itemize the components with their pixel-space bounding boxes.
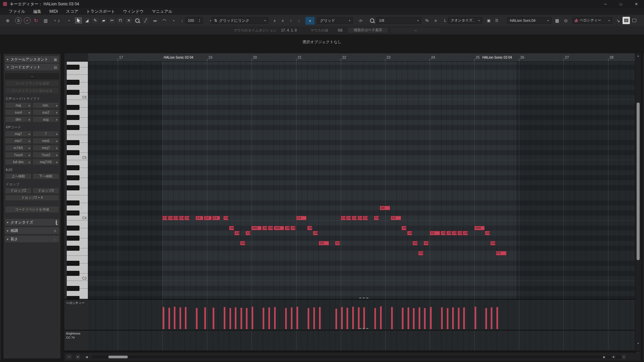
midi-note[interactable]: G3: [240, 241, 245, 245]
velocity-lane-label[interactable]: ベロシティー: [66, 301, 85, 305]
velocity-bar[interactable]: [229, 308, 231, 329]
midi-note[interactable]: A3: [446, 231, 451, 235]
midi-note[interactable]: C4: [162, 216, 167, 220]
chord-button-maj[interactable]: maj▶: [5, 102, 32, 108]
midi-note[interactable]: C4: [352, 216, 357, 220]
black-key[interactable]: [67, 90, 79, 95]
black-key[interactable]: [67, 105, 79, 110]
chord-button-min7[interactable]: min7▶: [5, 138, 32, 144]
midi-note[interactable]: G3: [490, 241, 495, 245]
black-key[interactable]: [67, 125, 79, 130]
link-to-grid-dropdown[interactable]: ⇅グリッドにリンク▾: [211, 17, 268, 24]
chord-button-7sus2[interactable]: 7sus2▶: [33, 152, 59, 158]
midi-note[interactable]: A#3: [251, 226, 262, 230]
velocity-lane[interactable]: [88, 300, 635, 330]
chord-button-[interactable]: 上へ移動: [5, 173, 32, 179]
chord-button-m7-b5[interactable]: m7/b5▶: [5, 145, 32, 151]
solo-button[interactable]: S: [15, 17, 22, 24]
velocity-bar[interactable]: [285, 308, 287, 329]
velocity-bar[interactable]: [452, 307, 454, 329]
midi-note[interactable]: C4: [204, 216, 212, 220]
midi-note[interactable]: C4: [196, 216, 203, 220]
grid-type-dropdown[interactable]: グリッド▾: [317, 17, 353, 24]
scroll-down-icon[interactable]: ▼: [637, 342, 639, 345]
menu-manual[interactable]: マニュアル: [148, 8, 176, 15]
lane-resize-handle[interactable]: [359, 298, 368, 298]
black-key[interactable]: [67, 261, 79, 266]
midi-note[interactable]: G3: [424, 241, 429, 245]
chord-display-button[interactable]: 現在のコード表示: [348, 27, 388, 33]
menu-edit[interactable]: 編集: [29, 8, 45, 15]
velocity-bar[interactable]: [168, 308, 170, 329]
velocity-bar[interactable]: [196, 308, 198, 329]
relative-grid-button[interactable]: -|+: [356, 17, 366, 24]
maximize-button[interactable]: □: [613, 0, 629, 8]
split-tool-button[interactable]: ✂: [108, 17, 116, 24]
controller-lane-dropdown[interactable]: ベロシティー▾: [572, 17, 612, 24]
midi-note[interactable]: C4: [346, 216, 351, 220]
spinner-icons[interactable]: ▴▾: [199, 18, 200, 22]
horizontal-scroll-track[interactable]: [92, 356, 627, 358]
velocity-bar[interactable]: [430, 307, 432, 329]
velocity-bar[interactable]: [163, 307, 164, 329]
velocity-bar[interactable]: [374, 308, 376, 329]
midi-note[interactable]: A#3: [474, 226, 485, 230]
velocity-bar[interactable]: [402, 308, 404, 329]
menu-window[interactable]: ウィンドウ: [119, 8, 148, 15]
close-button[interactable]: ✕: [629, 0, 644, 8]
midi-note[interactable]: A3: [313, 231, 318, 235]
time-format-icon[interactable]: ⊙: [562, 17, 570, 24]
match-chord-track-button[interactable]: コードトラックに合わせる: [5, 87, 59, 94]
add-lane-button[interactable]: +: [66, 354, 72, 360]
section-scale-assistant[interactable]: ▸ スケールアシスタント ▦: [5, 56, 59, 63]
midi-note[interactable]: D4: [380, 206, 390, 210]
trim-tool-button[interactable]: ◢: [83, 17, 91, 24]
lane-resize-handle[interactable]: [359, 328, 368, 329]
midi-note[interactable]: C4: [184, 216, 190, 220]
midi-note[interactable]: A#: [307, 226, 312, 230]
velocity-bar[interactable]: [268, 307, 270, 329]
section-length[interactable]: ▸ 長さ ♩: [5, 236, 59, 242]
record-in-editor-button[interactable]: ●: [23, 17, 31, 24]
midi-note[interactable]: A3: [246, 231, 251, 235]
midi-note[interactable]: C4: [391, 216, 401, 220]
chord-button-min[interactable]: min.▶: [33, 102, 59, 108]
menu-transport[interactable]: トランスポート: [82, 8, 119, 15]
chord-button-min6[interactable]: min6▶: [33, 138, 59, 144]
velocity-bar[interactable]: [463, 307, 465, 329]
velocity-bar[interactable]: [341, 307, 343, 329]
scroll-right-icon[interactable]: ▶: [602, 354, 607, 360]
menu-score[interactable]: スコア: [62, 8, 82, 15]
black-key[interactable]: [67, 210, 79, 216]
add-chord-track-button[interactable]: コードトラックを追加: [5, 80, 59, 86]
velocity-bar[interactable]: [380, 306, 382, 329]
black-key[interactable]: [67, 246, 79, 251]
midi-note[interactable]: C4: [296, 216, 307, 220]
horizontal-zoom-dot[interactable]: ●: [611, 355, 616, 359]
midi-note[interactable]: A#: [262, 226, 267, 230]
velocity-bar[interactable]: [363, 307, 365, 329]
midi-note[interactable]: C4: [358, 216, 363, 220]
scroll-left-icon[interactable]: ◀: [84, 354, 89, 360]
velocity-bar[interactable]: [346, 308, 348, 329]
velocity-bar[interactable]: [308, 308, 309, 329]
velocity-bar[interactable]: [213, 308, 214, 329]
velocity-bar[interactable]: [441, 307, 443, 329]
black-key[interactable]: [67, 236, 79, 241]
step-input-button[interactable]: ♪▾: [58, 17, 70, 24]
black-key[interactable]: [67, 226, 79, 231]
controller-select-button[interactable]: ▥▾: [44, 17, 56, 24]
chord-button-7sus4[interactable]: 7sus4▶: [5, 152, 32, 158]
midi-note[interactable]: A#3: [274, 226, 284, 230]
velocity-bar[interactable]: [179, 307, 181, 329]
velocity-bar[interactable]: [240, 308, 242, 329]
curve-type-button[interactable]: ◠▾: [162, 17, 174, 24]
midi-note[interactable]: A3: [452, 231, 457, 235]
open-lower-zone-button[interactable]: ↘: [614, 17, 622, 24]
velocity-bar[interactable]: [491, 307, 492, 329]
menu-midi[interactable]: MIDI: [45, 8, 62, 15]
cc-lane-name[interactable]: Brightness: [66, 332, 80, 335]
draw-tool-button[interactable]: ✎: [91, 17, 99, 24]
quantize-preset-dropdown[interactable]: 1/8▾: [376, 17, 421, 24]
velocity-bar[interactable]: [319, 307, 321, 329]
